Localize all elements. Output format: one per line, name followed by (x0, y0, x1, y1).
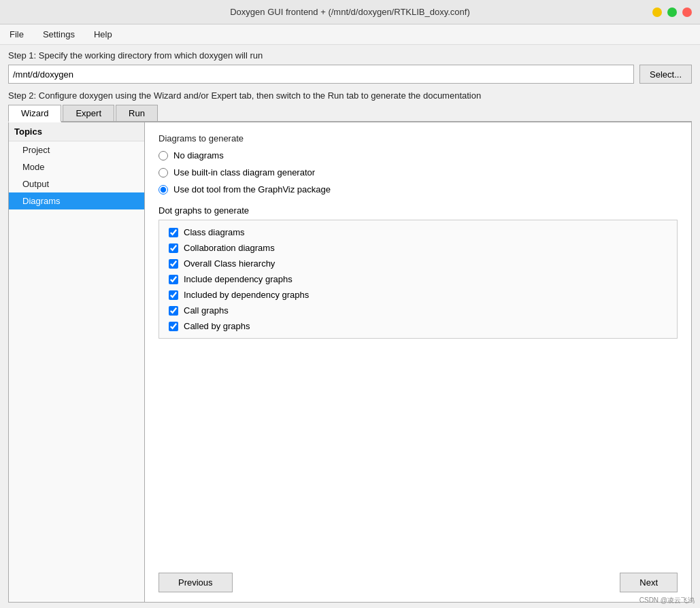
titlebar-buttons (652, 7, 692, 17)
sidebar-item-mode[interactable]: Mode (9, 158, 144, 175)
checkbox-include-dep-label: Include dependency graphs (184, 274, 293, 284)
checkbox-call-graphs-label: Call graphs (184, 305, 229, 316)
checkbox-collaboration[interactable]: Collaboration diagrams (169, 243, 667, 253)
close-button[interactable] (682, 7, 692, 17)
radio-builtin-label: Use built-in class diagram generator (173, 167, 315, 178)
menubar: File Settings Help (0, 24, 700, 45)
radio-no-diagrams-input[interactable] (159, 151, 168, 161)
titlebar-title: Doxygen GUI frontend + (/mnt/d/doxygen/R… (230, 7, 470, 17)
sidebar-item-diagrams[interactable]: Diagrams (9, 192, 144, 209)
tab-wizard[interactable]: Wizard (8, 105, 61, 122)
dot-graphs-section: Dot graphs to generate Class diagrams Co… (159, 205, 678, 339)
radio-dot-tool[interactable]: Use dot tool from the GraphViz package (159, 184, 678, 195)
checkbox-call-graphs[interactable]: Call graphs (169, 305, 667, 316)
maximize-button[interactable] (667, 7, 677, 17)
radio-builtin[interactable]: Use built-in class diagram generator (159, 167, 678, 178)
checkbox-include-dep-input[interactable] (169, 275, 178, 284)
checkbox-class-diagrams-input[interactable] (169, 228, 178, 237)
titlebar: Doxygen GUI frontend + (/mnt/d/doxygen/R… (0, 0, 700, 24)
minimize-button[interactable] (652, 7, 662, 17)
checkbox-class-diagrams-label: Class diagrams (184, 227, 245, 237)
step1-label: Step 1: Specify the working directory fr… (8, 50, 692, 61)
sidebar-item-project[interactable]: Project (9, 141, 144, 158)
previous-button[interactable]: Previous (159, 573, 233, 592)
working-dir-input[interactable] (8, 65, 634, 84)
checkbox-called-by[interactable]: Called by graphs (169, 321, 667, 331)
dot-graphs-box: Class diagrams Collaboration diagrams Ov… (159, 220, 678, 339)
sidebar-header: Topics (9, 122, 144, 141)
content-area: Step 1: Specify the working directory fr… (0, 45, 700, 608)
next-button[interactable]: Next (620, 573, 678, 592)
checkbox-included-by-label: Included by dependency graphs (184, 290, 309, 300)
step2-label: Step 2: Configure doxygen using the Wiza… (8, 90, 692, 101)
dir-row: Select... (8, 65, 692, 84)
sidebar: Topics Project Mode Output Diagrams (9, 122, 145, 602)
radio-dot-tool-label: Use dot tool from the GraphViz package (173, 184, 331, 195)
bottom-bar: Previous Next (159, 566, 678, 595)
checkbox-included-by[interactable]: Included by dependency graphs (169, 290, 667, 300)
right-panel: Diagrams to generate No diagrams Use bui… (145, 122, 691, 602)
dot-graphs-label: Dot graphs to generate (159, 205, 678, 216)
tab-bar: Wizard Expert Run (8, 105, 692, 122)
radio-dot-tool-input[interactable] (159, 185, 168, 195)
checkbox-overall-class-label: Overall Class hierarchy (184, 258, 275, 269)
sidebar-item-output[interactable]: Output (9, 175, 144, 192)
radio-no-diagrams-label: No diagrams (173, 150, 224, 161)
tab-run[interactable]: Run (116, 105, 158, 121)
menu-settings[interactable]: Settings (39, 28, 79, 41)
radio-no-diagrams[interactable]: No diagrams (159, 150, 678, 161)
checkbox-call-graphs-input[interactable] (169, 306, 178, 316)
tab-expert[interactable]: Expert (63, 105, 114, 121)
main-panel: Topics Project Mode Output Diagrams Diag… (8, 122, 692, 603)
checkbox-called-by-input[interactable] (169, 322, 178, 331)
radio-builtin-input[interactable] (159, 168, 168, 178)
checkbox-include-dep[interactable]: Include dependency graphs (169, 274, 667, 284)
checkbox-overall-class[interactable]: Overall Class hierarchy (169, 258, 667, 269)
select-button[interactable]: Select... (639, 65, 692, 84)
checkbox-collaboration-label: Collaboration diagrams (184, 243, 275, 253)
diagrams-section-title: Diagrams to generate (159, 133, 678, 143)
checkbox-included-by-input[interactable] (169, 290, 178, 300)
checkbox-overall-class-input[interactable] (169, 259, 178, 269)
checkbox-collaboration-input[interactable] (169, 243, 178, 253)
checkbox-called-by-label: Called by graphs (184, 321, 250, 331)
menu-file[interactable]: File (5, 28, 28, 41)
menu-help[interactable]: Help (90, 28, 116, 41)
radio-group: No diagrams Use built-in class diagram g… (159, 150, 678, 195)
watermark: CSDN @凌云飞鸿 (639, 596, 695, 605)
checkbox-class-diagrams[interactable]: Class diagrams (169, 227, 667, 237)
